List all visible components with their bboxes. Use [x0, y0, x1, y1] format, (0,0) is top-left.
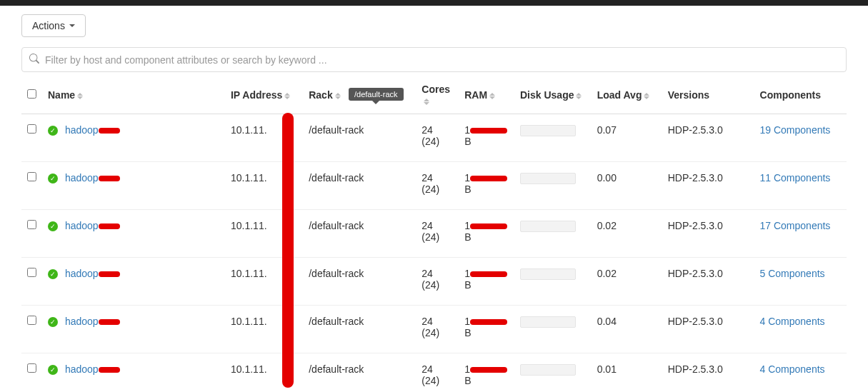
header-cores[interactable]: Cores	[416, 76, 459, 114]
hosts-table: Name IP Address Rack Cores RAM Disk Usag…	[21, 76, 847, 392]
host-name-link[interactable]: hadoop	[65, 124, 99, 136]
status-ok-icon: ✓	[48, 317, 58, 327]
redaction-mark	[470, 176, 507, 181]
header-components: Components	[754, 76, 847, 114]
load-cell: 0.04	[592, 306, 662, 353]
search-icon	[29, 54, 39, 66]
components-link[interactable]: 11 Components	[760, 172, 831, 184]
filter-input[interactable]	[45, 54, 839, 66]
actions-label: Actions	[32, 20, 65, 31]
disk-usage-bar	[520, 125, 576, 136]
rack-cell: /default-rack	[303, 353, 416, 393]
components-link[interactable]: 19 Components	[760, 124, 831, 136]
header-ip[interactable]: IP Address	[225, 76, 303, 114]
rack-cell: /default-rack	[303, 210, 416, 258]
redaction-mark	[99, 176, 120, 181]
row-checkbox[interactable]	[27, 363, 36, 373]
disk-usage-bar	[520, 221, 576, 232]
rack-cell: /default-rack	[303, 162, 416, 210]
host-name-link[interactable]: hadoop	[65, 363, 99, 375]
rack-cell: /default-rack	[303, 114, 416, 162]
header-versions: Versions	[662, 76, 754, 114]
row-checkbox[interactable]	[27, 268, 36, 277]
header-load[interactable]: Load Avg	[592, 76, 662, 114]
host-name-link[interactable]: hadoop	[65, 220, 99, 231]
rack-cell: /default-rack	[303, 258, 416, 306]
status-ok-icon: ✓	[48, 174, 58, 184]
redaction-mark	[99, 367, 120, 373]
rack-cell: /default-rack	[303, 306, 416, 353]
table-row: ✓ hadoop 10.1.11. /default-rack 24 (24) …	[21, 306, 847, 353]
table-row: ✓ hadoop 10.1.11. /default-rack 24 (24) …	[21, 210, 847, 258]
table-row: ✓ hadoop 10.1.11. /default-rack 24 (24) …	[21, 162, 847, 210]
load-cell: 0.01	[592, 353, 662, 393]
sort-icon	[489, 93, 495, 99]
disk-usage-bar	[520, 316, 576, 328]
select-all-checkbox[interactable]	[27, 89, 36, 99]
host-name-link[interactable]: hadoop	[65, 268, 99, 279]
ram-cell: 1B	[459, 353, 514, 393]
status-ok-icon: ✓	[48, 269, 58, 279]
disk-cell	[514, 210, 592, 258]
disk-cell	[514, 114, 592, 162]
version-cell: HDP-2.5.3.0	[662, 162, 754, 210]
version-cell: HDP-2.5.3.0	[662, 353, 754, 393]
header-ram[interactable]: RAM	[459, 76, 514, 114]
redaction-mark	[99, 223, 120, 229]
caret-down-icon	[69, 24, 75, 27]
sort-icon	[335, 93, 341, 99]
ip-cell: 10.1.11.	[225, 162, 303, 210]
ip-cell: 10.1.11.	[225, 210, 303, 258]
redaction-mark	[470, 367, 507, 373]
disk-cell	[514, 353, 592, 393]
version-cell: HDP-2.5.3.0	[662, 210, 754, 258]
disk-cell	[514, 162, 592, 210]
load-cell: 0.07	[592, 114, 662, 162]
ram-cell: 1B	[459, 306, 514, 353]
load-cell: 0.02	[592, 258, 662, 306]
disk-usage-bar	[520, 173, 576, 184]
actions-dropdown-button[interactable]: Actions	[21, 14, 86, 37]
redaction-mark	[99, 271, 120, 277]
components-link[interactable]: 4 Components	[760, 363, 825, 375]
rack-tooltip: /default-rack	[349, 88, 404, 101]
status-ok-icon: ✓	[48, 126, 58, 136]
filter-container[interactable]	[21, 47, 847, 72]
table-row: ✓ hadoop 10.1.11. /default-rack 24 (24) …	[21, 114, 847, 162]
cores-cell: 24 (24)	[416, 258, 459, 306]
row-checkbox[interactable]	[27, 220, 36, 229]
cores-cell: 24 (24)	[416, 210, 459, 258]
disk-cell	[514, 258, 592, 306]
ip-cell: 10.1.11.	[225, 353, 303, 393]
status-ok-icon: ✓	[48, 221, 58, 231]
row-checkbox[interactable]	[27, 172, 36, 181]
redaction-mark	[470, 319, 507, 325]
host-name-link[interactable]: hadoop	[65, 316, 99, 327]
version-cell: HDP-2.5.3.0	[662, 114, 754, 162]
row-checkbox[interactable]	[27, 124, 36, 134]
sort-icon	[77, 93, 83, 99]
cores-cell: 24 (24)	[416, 162, 459, 210]
status-ok-icon: ✓	[48, 365, 58, 375]
ram-cell: 1B	[459, 258, 514, 306]
table-row: ✓ hadoop 10.1.11. /default-rack 24 (24) …	[21, 353, 847, 393]
host-name-link[interactable]: hadoop	[65, 172, 99, 184]
header-disk[interactable]: Disk Usage	[514, 76, 592, 114]
sort-icon	[284, 93, 290, 99]
ip-cell: 10.1.11.	[225, 114, 303, 162]
components-link[interactable]: 5 Components	[760, 268, 825, 279]
components-link[interactable]: 17 Components	[760, 220, 831, 231]
header-checkbox-cell	[21, 76, 42, 114]
ip-cell: 10.1.11.	[225, 306, 303, 353]
header-name[interactable]: Name	[42, 76, 225, 114]
components-link[interactable]: 4 Components	[760, 316, 825, 327]
ram-cell: 1B	[459, 114, 514, 162]
cores-cell: 24 (24)	[416, 114, 459, 162]
redaction-mark	[470, 223, 507, 229]
sort-icon	[576, 93, 582, 99]
row-checkbox[interactable]	[27, 316, 36, 325]
disk-cell	[514, 306, 592, 353]
top-nav-bar	[0, 0, 868, 6]
disk-usage-bar	[520, 364, 576, 376]
cores-cell: 24 (24)	[416, 353, 459, 393]
